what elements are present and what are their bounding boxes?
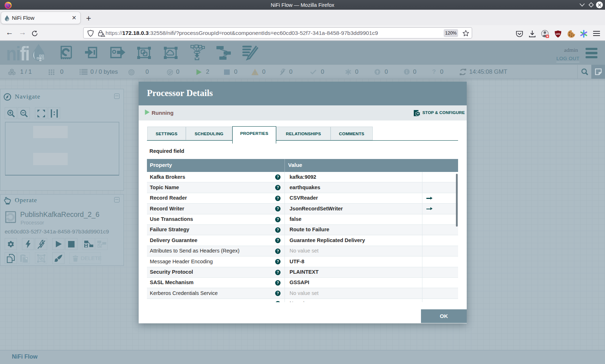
svg-text:UO: UO <box>556 32 560 36</box>
